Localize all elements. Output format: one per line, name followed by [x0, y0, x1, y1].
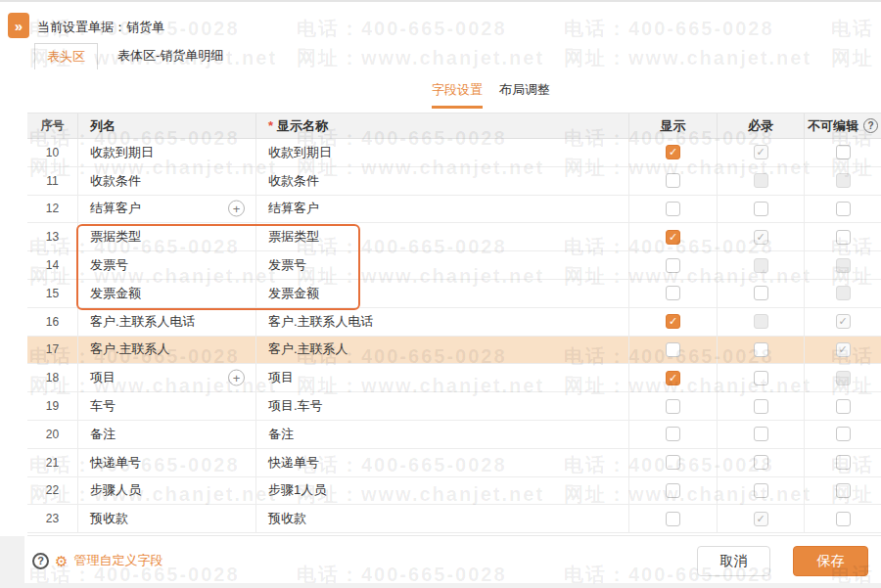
checkbox-readonly[interactable] [836, 455, 851, 470]
checkbox-show[interactable] [666, 258, 680, 273]
checkbox-readonly[interactable] [836, 399, 851, 414]
cancel-button[interactable]: 取消 [697, 546, 770, 576]
checkbox-required[interactable]: ✓ [754, 512, 768, 526]
watermark-text: 电话：400-665-0028 [297, 16, 507, 42]
tab-body-area[interactable]: 表体区-销货单明细 [106, 43, 235, 69]
expand-plus-icon[interactable]: + [228, 201, 245, 217]
checkbox-show[interactable] [666, 483, 680, 498]
manage-custom-fields-link[interactable]: 管理自定义字段 [73, 552, 162, 569]
checkbox-readonly[interactable] [836, 145, 851, 159]
table-row[interactable]: 11收款条件收款条件 [27, 167, 881, 196]
checkbox-readonly[interactable] [836, 427, 851, 441]
fields-table: 序号 列名 * 显示名称 显示 必录 不可编辑 ? 10收款到期日收款到期日✓✓… [27, 113, 881, 533]
checkbox-readonly[interactable] [836, 258, 851, 273]
table-row[interactable]: 18项目+项目✓ [27, 364, 881, 392]
table-row[interactable]: 23预收款预收款✓ [27, 505, 881, 533]
checkbox-show[interactable] [666, 427, 680, 441]
save-button[interactable]: 保存 [793, 546, 868, 576]
checkbox-show[interactable] [666, 173, 680, 188]
table-row[interactable]: 22步骤人员步骤1人员 [27, 477, 881, 506]
checkbox-show[interactable] [666, 286, 680, 300]
checkbox-required[interactable] [754, 342, 768, 357]
footer-divider [27, 535, 881, 536]
tab-header-area[interactable]: 表头区 [34, 43, 98, 69]
row-column-name: 票据类型 [78, 223, 256, 250]
page-top-edge [0, 0, 881, 2]
expand-plus-icon[interactable]: + [228, 370, 245, 386]
header-seq: 序号 [27, 113, 78, 138]
doc-area-tabs: 表头区 表体区-销货单明细 [34, 43, 235, 69]
checkbox-show[interactable] [666, 399, 680, 414]
table-row[interactable]: 21快递单号快递单号 [27, 449, 881, 477]
table-row[interactable]: 19车号项目.车号 [27, 392, 881, 421]
tab-layout-adjust[interactable]: 布局调整 [499, 81, 550, 109]
checkbox-show[interactable]: ✓ [666, 371, 680, 385]
checkbox-required[interactable] [754, 483, 768, 498]
page-left-edge [0, 536, 24, 588]
table-row[interactable]: 20备注备注 [27, 421, 881, 449]
row-column-name: 发票号 [78, 251, 256, 279]
checkbox-readonly[interactable] [836, 512, 851, 526]
checkbox-readonly[interactable] [836, 483, 851, 498]
collapse-sidebar-button[interactable]: » [8, 13, 29, 38]
checkbox-required[interactable] [754, 258, 768, 273]
checkbox-required[interactable] [754, 202, 768, 216]
row-seq: 20 [27, 421, 78, 448]
row-seq: 21 [27, 449, 78, 476]
checkbox-readonly[interactable] [836, 230, 851, 245]
row-seq: 23 [27, 505, 78, 532]
row-seq: 13 [27, 223, 78, 250]
checkbox-show[interactable] [666, 512, 680, 526]
checkbox-required[interactable] [754, 314, 768, 329]
checkbox-required[interactable] [754, 286, 768, 300]
readonly-help-icon[interactable]: ? [863, 118, 878, 133]
checkbox-required[interactable] [754, 427, 768, 441]
checkbox-required[interactable]: ✓ [754, 145, 768, 159]
checkbox-readonly[interactable] [836, 371, 851, 385]
checkbox-readonly[interactable] [836, 286, 851, 300]
required-asterisk: * [268, 118, 273, 133]
checkbox-show[interactable] [666, 202, 680, 216]
row-display-name: 结算客户 [256, 196, 629, 223]
checkbox-readonly[interactable] [836, 173, 851, 188]
table-row[interactable]: 15发票金额发票金额 [27, 280, 881, 308]
row-seq: 14 [27, 251, 78, 279]
checkbox-required[interactable] [754, 455, 768, 470]
settings-tabs: 字段设置 布局调整 [432, 81, 550, 109]
checkbox-readonly[interactable] [836, 202, 851, 216]
tab-field-settings[interactable]: 字段设置 [432, 81, 483, 109]
checkbox-show[interactable] [666, 455, 680, 470]
checkbox-required[interactable] [754, 399, 768, 414]
manage-custom-fields: ? ⚙ 管理自定义字段 [32, 552, 162, 569]
row-display-name: 收款到期日 [256, 139, 629, 166]
checkbox-show[interactable]: ✓ [666, 314, 680, 329]
table-row[interactable]: 12结算客户+结算客户 [27, 196, 881, 224]
checkbox-readonly[interactable]: ✓ [836, 314, 851, 329]
page-bottom-edge [0, 583, 881, 588]
row-seq: 16 [27, 308, 78, 336]
table-row[interactable]: 10收款到期日收款到期日✓✓ [27, 139, 881, 167]
row-display-name: 客户.主联系人 [256, 337, 629, 364]
checkbox-readonly[interactable]: ✓ [836, 342, 851, 357]
row-seq: 12 [27, 196, 78, 223]
field-settings-dialog: » 当前设置单据：销货单 表头区 表体区-销货单明细 字段设置 布局调整 序号 … [0, 0, 881, 588]
checkbox-required[interactable]: ✓ [754, 230, 768, 245]
checkbox-required[interactable] [754, 173, 768, 188]
row-column-name: 收款条件 [78, 167, 256, 195]
row-column-name: 备注 [78, 421, 256, 448]
row-display-name: 项目 [256, 364, 629, 391]
help-icon[interactable]: ? [32, 553, 49, 569]
row-seq: 17 [27, 337, 78, 364]
table-row[interactable]: 14发票号发票号 [27, 251, 881, 280]
checkbox-show[interactable]: ✓ [666, 230, 680, 245]
table-row[interactable]: 17客户.主联系人客户.主联系人✓ [27, 337, 881, 365]
table-row[interactable]: 13票据类型票据类型✓✓ [27, 223, 881, 251]
watermark-text: 网址：www.chanjet.net [831, 45, 881, 71]
table-row[interactable]: 16客户.主联系人电话客户.主联系人电话✓✓ [27, 308, 881, 337]
row-column-name: 预收款 [78, 505, 256, 532]
checkbox-show[interactable]: ✓ [666, 145, 680, 159]
checkbox-required[interactable] [754, 371, 768, 385]
checkbox-show[interactable] [666, 342, 680, 357]
row-display-name: 客户.主联系人电话 [256, 308, 629, 336]
header-readonly: 不可编辑 ? [805, 113, 881, 138]
